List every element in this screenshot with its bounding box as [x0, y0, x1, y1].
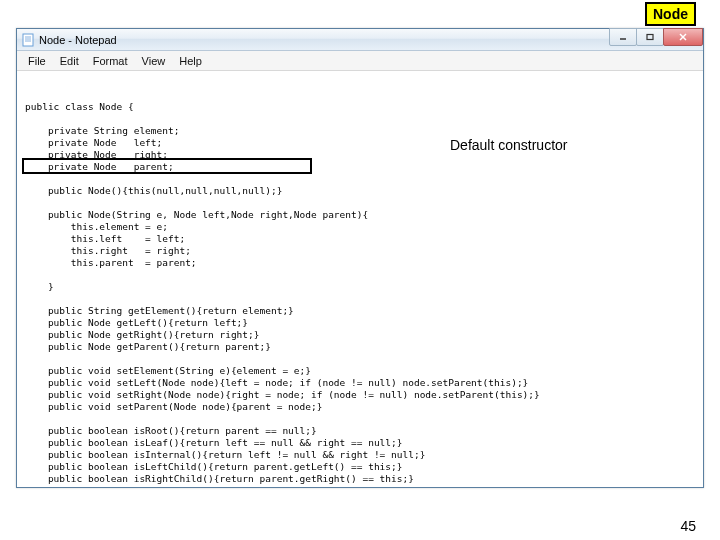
slide-label-node: Node — [645, 2, 696, 26]
menu-edit[interactable]: Edit — [53, 53, 86, 69]
svg-rect-0 — [23, 34, 33, 46]
slide-label-text: Node — [653, 6, 688, 22]
menu-help[interactable]: Help — [172, 53, 209, 69]
minimize-button[interactable] — [609, 28, 637, 46]
menubar: File Edit Format View Help — [17, 51, 703, 71]
menu-view[interactable]: View — [135, 53, 173, 69]
maximize-button[interactable] — [636, 28, 664, 46]
menu-format[interactable]: Format — [86, 53, 135, 69]
callout-default-constructor: Default constructor — [450, 137, 568, 153]
editor-area[interactable]: public class Node { private String eleme… — [17, 71, 703, 487]
page-number-text: 45 — [680, 518, 696, 534]
notepad-icon — [21, 33, 35, 47]
callout-text: Default constructor — [450, 137, 568, 153]
menu-file[interactable]: File — [21, 53, 53, 69]
svg-rect-5 — [647, 35, 653, 40]
code-text[interactable]: public class Node { private String eleme… — [25, 101, 695, 487]
window-controls — [610, 28, 703, 46]
page-number: 45 — [680, 518, 696, 534]
notepad-window: Node - Notepad File Edit Format View Hel… — [16, 28, 704, 488]
titlebar: Node - Notepad — [17, 29, 703, 51]
close-button[interactable] — [663, 28, 703, 46]
window-title: Node - Notepad — [39, 34, 117, 46]
